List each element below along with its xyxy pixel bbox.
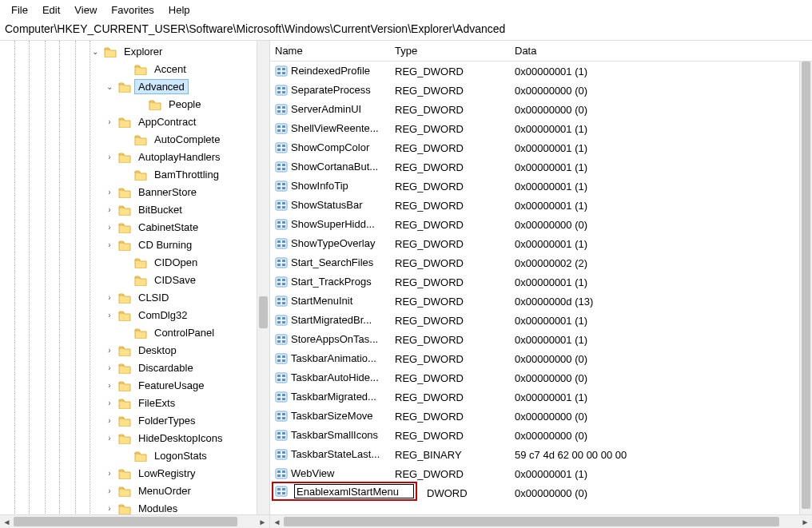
- tree-item[interactable]: CIDOpen: [0, 253, 269, 271]
- chevron-right-icon[interactable]: ›: [104, 399, 115, 407]
- chevron-right-icon[interactable]: ›: [104, 363, 115, 372]
- value-row[interactable]: TaskbarSmallIconsREG_DWORD0x00000000 (0): [270, 426, 799, 445]
- list-header[interactable]: Name Type Data: [270, 41, 812, 62]
- chevron-right-icon[interactable]: ›: [104, 205, 115, 214]
- list-vthumb[interactable]: [802, 62, 810, 509]
- menu-help[interactable]: Help: [162, 2, 197, 18]
- value-row[interactable]: TaskbarAutoHide...REG_DWORD0x00000000 (0…: [270, 368, 799, 387]
- tree-item[interactable]: Accent: [0, 60, 269, 77]
- tree-item[interactable]: ›CabinetState: [0, 218, 269, 236]
- tree-item[interactable]: ›MenuOrder: [0, 482, 269, 499]
- folder-icon: [118, 115, 131, 128]
- tree-item[interactable]: ›BitBucket: [0, 200, 269, 218]
- chevron-right-icon[interactable]: ›: [104, 416, 115, 425]
- tree-item[interactable]: ›FolderTypes: [0, 411, 269, 429]
- value-row[interactable]: ShowStatusBarREG_DWORD0x00000001 (1): [270, 196, 799, 215]
- tree-item[interactable]: ›FeatureUsage: [0, 376, 269, 394]
- col-header-data[interactable]: Data: [515, 45, 812, 57]
- tree-vthumb[interactable]: [259, 296, 268, 328]
- tree-item[interactable]: ⌄Explorer: [0, 42, 269, 60]
- chevron-right-icon[interactable]: ›: [104, 311, 115, 320]
- tree-hthumb[interactable]: [14, 517, 237, 526]
- chevron-right-icon[interactable]: ›: [104, 240, 115, 249]
- menu-view[interactable]: View: [68, 2, 103, 18]
- tree-item[interactable]: ›AutoplayHandlers: [0, 148, 269, 165]
- tree-item-label: HideDesktopIcons: [134, 431, 227, 446]
- tree-item[interactable]: AutoComplete: [0, 130, 269, 148]
- value-row[interactable]: StartMigratedBr...REG_DWORD0x00000001 (1…: [270, 311, 799, 330]
- svg-rect-15: [276, 124, 287, 133]
- list-hscrollbar[interactable]: ◄ ►: [270, 514, 812, 528]
- tree-item[interactable]: ›FileExts: [0, 394, 269, 411]
- col-header-name[interactable]: Name: [275, 45, 395, 57]
- tree-item[interactable]: ›AppContract: [0, 113, 269, 130]
- value-row[interactable]: StartMenuInitREG_DWORD0x0000000d (13): [270, 292, 799, 311]
- value-row[interactable]: ShowCortanaBut...REG_DWORD0x00000001 (1): [270, 157, 799, 177]
- value-row[interactable]: StoreAppsOnTas...REG_DWORD0x00000001 (1): [270, 330, 799, 349]
- tree-item[interactable]: ›Modules: [0, 499, 269, 514]
- svg-rect-68: [277, 321, 281, 324]
- value-row[interactable]: ShowSuperHidd...REG_DWORD0x00000000 (0): [270, 215, 799, 234]
- tree-item[interactable]: ⌄Advanced: [0, 77, 269, 95]
- value-row[interactable]: SeparateProcessREG_DWORD0x00000000 (0): [270, 81, 799, 100]
- value-row[interactable]: TaskbarMigrated...REG_DWORD0x00000001 (1…: [270, 387, 799, 407]
- value-row[interactable]: ShowInfoTipREG_DWORD0x00000001 (1): [270, 177, 799, 196]
- chevron-right-icon[interactable]: ›: [104, 469, 115, 478]
- chevron-down-icon[interactable]: ⌄: [90, 47, 101, 56]
- col-header-type[interactable]: Type: [395, 45, 515, 57]
- chevron-down-icon[interactable]: ⌄: [104, 82, 115, 91]
- svg-rect-52: [282, 260, 285, 262]
- tree-item[interactable]: People: [0, 95, 269, 113]
- chevron-right-icon[interactable]: ›: [104, 153, 115, 161]
- tree-item[interactable]: ›ComDlg32: [0, 306, 269, 324]
- tree-item[interactable]: ›CD Burning: [0, 236, 269, 253]
- value-row[interactable]: TaskbarSizeMoveREG_DWORD0x00000000 (0): [270, 407, 799, 426]
- list-vscrollbar[interactable]: [799, 62, 812, 514]
- tree-item[interactable]: ›BannerStore: [0, 183, 269, 200]
- value-row[interactable]: Start_SearchFilesREG_DWORD0x00000002 (2): [270, 253, 799, 272]
- tree-vscrollbar[interactable]: [257, 41, 269, 514]
- value-row[interactable]: ServerAdminUIREG_DWORD0x00000000 (0): [270, 100, 799, 119]
- value-row[interactable]: WebViewREG_DWORD0x00000001 (1): [270, 464, 799, 483]
- value-row[interactable]: ShowCompColorREG_DWORD0x00000001 (1): [270, 138, 799, 157]
- menu-favorites[interactable]: Favorites: [105, 2, 160, 18]
- value-row[interactable]: ReindexedProfileREG_DWORD0x00000001 (1): [270, 62, 799, 81]
- right-arrow-icon[interactable]: ►: [798, 515, 812, 528]
- chevron-right-icon[interactable]: ›: [104, 223, 115, 232]
- chevron-right-icon[interactable]: ›: [104, 188, 115, 197]
- right-arrow-icon[interactable]: ►: [256, 515, 269, 528]
- svg-rect-64: [282, 302, 285, 304]
- address-bar[interactable]: Computer\HKEY_CURRENT_USER\Software\Micr…: [0, 19, 812, 41]
- values-list[interactable]: ReindexedProfileREG_DWORD0x00000001 (1)S…: [270, 62, 799, 514]
- chevron-right-icon[interactable]: ›: [104, 346, 115, 355]
- tree-item[interactable]: ›Discardable: [0, 359, 269, 376]
- chevron-right-icon[interactable]: ›: [104, 434, 115, 443]
- value-row[interactable]: TaskbarStateLast...REG_BINARY59 c7 4d 62…: [270, 445, 799, 464]
- tree-item[interactable]: ›CLSID: [0, 288, 269, 306]
- registry-tree[interactable]: ⌄ExplorerAccent⌄AdvancedPeople›AppContra…: [0, 41, 269, 514]
- list-hthumb[interactable]: [284, 517, 779, 526]
- chevron-right-icon[interactable]: ›: [104, 486, 115, 495]
- chevron-right-icon[interactable]: ›: [104, 381, 115, 390]
- left-arrow-icon[interactable]: ◄: [270, 515, 284, 528]
- tree-item[interactable]: ›Desktop: [0, 341, 269, 359]
- chevron-right-icon[interactable]: ›: [104, 504, 115, 513]
- tree-item[interactable]: ControlPanel: [0, 324, 269, 341]
- tree-item[interactable]: CIDSave: [0, 271, 269, 288]
- value-row[interactable]: DWORD0x00000000 (0): [270, 483, 587, 502]
- value-row[interactable]: Start_TrackProgsREG_DWORD0x00000001 (1): [270, 272, 799, 292]
- left-arrow-icon[interactable]: ◄: [0, 515, 14, 528]
- chevron-right-icon[interactable]: ›: [104, 293, 115, 302]
- value-data: 0x00000001 (1): [515, 468, 799, 480]
- value-row[interactable]: ShellViewReente...REG_DWORD0x00000001 (1…: [270, 119, 799, 138]
- value-row[interactable]: ShowTypeOverlayREG_DWORD0x00000001 (1): [270, 234, 799, 253]
- menu-edit[interactable]: Edit: [36, 2, 66, 18]
- tree-item[interactable]: BamThrottling: [0, 165, 269, 183]
- tree-item[interactable]: ›LowRegistry: [0, 464, 269, 482]
- value-row[interactable]: TaskbarAnimatio...REG_DWORD0x00000000 (0…: [270, 349, 799, 368]
- tree-item[interactable]: LogonStats: [0, 447, 269, 464]
- tree-hscrollbar[interactable]: ◄ ►: [0, 514, 269, 528]
- tree-item[interactable]: ›HideDesktopIcons: [0, 429, 269, 447]
- menu-file[interactable]: File: [5, 2, 34, 18]
- chevron-right-icon[interactable]: ›: [104, 117, 115, 126]
